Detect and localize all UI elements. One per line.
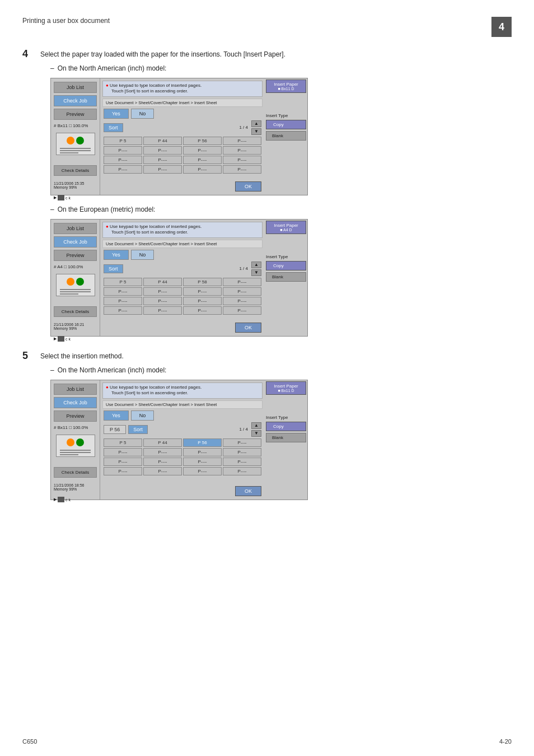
screen2-up-arrow[interactable]: ▲ (251, 262, 261, 268)
grid-cell[interactable]: P---- (223, 165, 261, 174)
grid-cell[interactable]: P---- (104, 467, 142, 475)
grid-cell[interactable]: P---- (223, 306, 261, 315)
grid-cell[interactable]: P---- (143, 306, 182, 315)
grid-cell[interactable]: P 56 (183, 438, 222, 447)
screen3-no-btn[interactable]: No (131, 410, 154, 421)
grid-cell[interactable]: P 56 (183, 137, 222, 145)
grid-cell[interactable]: P---- (183, 448, 222, 456)
step5-block: 5 Select the insertion method. – On the … (22, 350, 512, 500)
screen2-check-details-btn[interactable]: Check Details (54, 306, 97, 317)
grid-cell[interactable]: P---- (104, 448, 142, 456)
grid-cell[interactable]: P---- (104, 146, 142, 155)
grid-cell[interactable]: P---- (223, 458, 261, 466)
screen3-datetime: 11/21/2006 18:56 Memory 99% (54, 483, 97, 491)
screen1-preview-btn[interactable]: Preview (54, 109, 97, 120)
grid-cell[interactable]: P---- (104, 165, 142, 174)
grid-cell[interactable]: P 44 (143, 137, 182, 145)
grid-cell[interactable]: P---- (183, 165, 222, 174)
screen2-blank-btn[interactable]: Blank (266, 272, 306, 282)
grid-cell[interactable]: P---- (143, 448, 182, 456)
screen2-yes-btn[interactable]: Yes (104, 250, 129, 260)
screen2-msg: ● Use keypad to type location of inserte… (102, 222, 263, 238)
screen2-insert-type-label: Insert Type (266, 254, 288, 259)
grid-cell[interactable]: P---- (223, 448, 261, 456)
screen1-copy-btn[interactable]: Copy (266, 120, 306, 129)
screen3-yes-btn[interactable]: Yes (104, 410, 129, 421)
screen1-no-btn[interactable]: No (131, 109, 154, 119)
screen2-insert-paper-btn[interactable]: Insert Paper ■ A4 D (266, 221, 306, 234)
screen1-blank-btn[interactable]: Blank (266, 131, 306, 141)
doc-icon-orange3 (67, 438, 74, 446)
grid-cell[interactable]: P---- (143, 146, 182, 155)
screen1-check-job-btn[interactable]: Check Job (54, 95, 97, 106)
grid-cell[interactable]: P---- (143, 297, 182, 305)
grid-cell[interactable]: P---- (223, 467, 261, 475)
grid-cell[interactable]: P---- (104, 287, 142, 296)
screen2-copy-btn[interactable]: Copy (266, 261, 306, 270)
grid-cell[interactable]: P---- (183, 287, 222, 296)
screen2-no-btn[interactable]: No (131, 250, 154, 260)
grid-cell[interactable]: P---- (223, 438, 261, 447)
grid-cell[interactable]: P---- (143, 156, 182, 164)
grid-cell[interactable]: P---- (143, 287, 182, 296)
screen2-yes-no: Yes No (102, 250, 263, 260)
screen2-job-list-btn[interactable]: Job List (54, 223, 97, 234)
grid-cell[interactable]: P---- (183, 467, 222, 475)
screen2-right-panel: Insert Paper ■ A4 D Insert Type Copy Bla… (266, 221, 306, 282)
grid-cell[interactable]: P---- (143, 458, 182, 466)
screen1-sort-btn[interactable]: Sort (104, 123, 123, 132)
footer-left: C650 (22, 738, 37, 745)
screen1-down-arrow[interactable]: ▼ (251, 128, 261, 135)
grid-cell[interactable]: P 5 (104, 137, 142, 145)
screen3-blank-btn[interactable]: Blank (266, 433, 306, 442)
screen1-insert-paper-btn[interactable]: Insert Paper ■ Bx11 D (266, 80, 306, 93)
step5-number: 5 (22, 350, 40, 362)
grid-cell[interactable]: P---- (223, 137, 261, 145)
screen3-ok-btn[interactable]: OK (235, 486, 261, 496)
grid-cell[interactable]: P 5 (104, 438, 142, 447)
screen3-down-arrow[interactable]: ▼ (251, 430, 261, 437)
screen3-sort-btn[interactable]: Sort (128, 425, 148, 434)
screen3-job-list-btn[interactable]: Job List (54, 384, 97, 395)
grid-cell[interactable]: P---- (183, 458, 222, 466)
grid-cell[interactable]: P---- (104, 306, 142, 315)
screen2-down-arrow[interactable]: ▼ (251, 269, 261, 276)
grid-cell[interactable]: P 5 (104, 278, 142, 286)
screen3-insert-paper-btn[interactable]: Insert Paper ■ Bx11 D (266, 381, 306, 395)
screen3-preview-btn[interactable]: Preview (54, 410, 97, 422)
grid-cell[interactable]: P---- (104, 156, 142, 164)
screen1-up-arrow[interactable]: ▲ (251, 120, 261, 127)
grid-cell[interactable]: P 58 (183, 278, 222, 286)
screen2-ok-btn[interactable]: OK (235, 323, 261, 333)
screen2-preview-btn[interactable]: Preview (54, 250, 97, 261)
grid-cell[interactable]: P---- (183, 156, 222, 164)
grid-cell[interactable]: P---- (143, 165, 182, 174)
grid-cell[interactable]: P---- (223, 287, 261, 296)
screen1-check-details-btn[interactable]: Check Details (54, 165, 97, 176)
screen2-check-job-btn[interactable]: Check Job (54, 236, 97, 248)
screen1-job-list-btn[interactable]: Job List (54, 82, 97, 93)
grid-cell[interactable]: P---- (223, 156, 261, 164)
grid-cell[interactable]: P---- (143, 467, 182, 475)
screen3-copy-btn[interactable]: Copy (266, 422, 306, 431)
grid-cell[interactable]: P---- (183, 297, 222, 305)
grid-cell[interactable]: P---- (223, 278, 261, 286)
grid-cell[interactable]: P 44 (143, 438, 182, 447)
page-footer: C650 4-20 (22, 738, 512, 745)
screen3-check-job-btn[interactable]: Check Job (54, 397, 97, 408)
grid-cell[interactable]: P---- (183, 146, 222, 155)
screen2-wrap: Job List Check Job Preview # A4 □ 100.0% (50, 219, 512, 337)
screen1-ok-btn[interactable]: OK (235, 181, 261, 192)
screen1-ok-row: OK (102, 180, 263, 193)
step4-block: 4 Select the paper tray loaded with the … (22, 48, 512, 337)
grid-cell[interactable]: P---- (104, 458, 142, 466)
screen1-yes-btn[interactable]: Yes (104, 109, 129, 119)
screen2-sort-btn[interactable]: Sort (104, 264, 123, 273)
grid-cell[interactable]: P 44 (143, 278, 182, 286)
screen3-up-arrow[interactable]: ▲ (251, 422, 261, 429)
grid-cell[interactable]: P---- (104, 297, 142, 305)
grid-cell[interactable]: P---- (223, 297, 261, 305)
grid-cell[interactable]: P---- (183, 306, 222, 315)
screen3-check-details-btn[interactable]: Check Details (54, 467, 97, 478)
grid-cell[interactable]: P---- (223, 146, 261, 155)
